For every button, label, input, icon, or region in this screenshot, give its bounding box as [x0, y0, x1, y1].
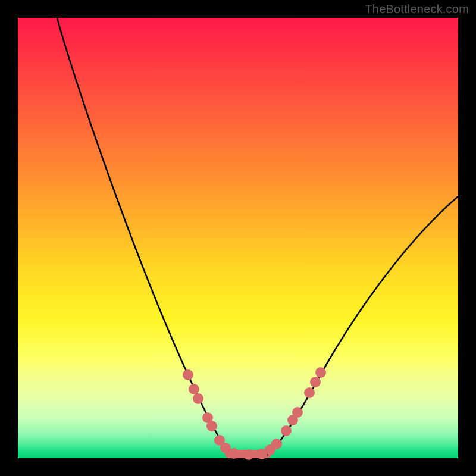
marker-dot	[183, 369, 193, 380]
marker-dot	[206, 421, 217, 431]
marker-dot	[243, 449, 254, 460]
marker-dot	[315, 367, 326, 378]
marker-dot	[193, 393, 203, 404]
marker-dot	[304, 387, 315, 398]
left-bottleneck-curve	[57, 18, 232, 455]
marker-dot	[228, 448, 239, 459]
marker-group	[183, 367, 326, 460]
outer-frame: TheBottleneck.com	[0, 0, 476, 476]
marker-dot	[189, 384, 199, 394]
marker-dot	[292, 407, 303, 418]
chart-svg	[18, 18, 458, 458]
marker-dot	[281, 425, 292, 436]
marker-dot	[271, 439, 282, 449]
marker-dot	[310, 377, 321, 387]
watermark-text: TheBottleneck.com	[365, 2, 469, 16]
plot-area	[18, 18, 458, 458]
